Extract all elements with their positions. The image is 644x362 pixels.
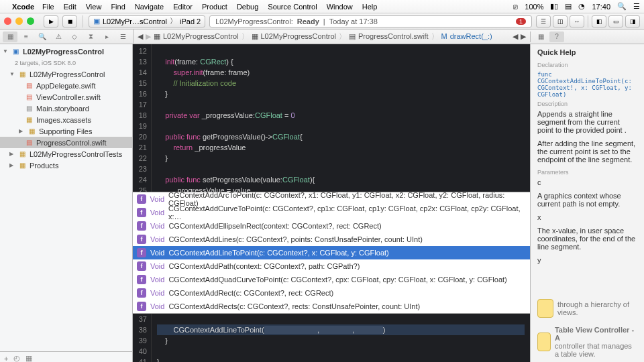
menu-help[interactable]: Help <box>362 3 378 11</box>
menubar: Xcode File Edit View Find Navigate Edito… <box>0 0 644 13</box>
group-tests[interactable]: ▶▦L02MyProgressControlTests <box>0 148 132 160</box>
notification-center-icon[interactable]: ☰ <box>633 2 640 11</box>
prev-issue[interactable]: ◀ <box>513 32 518 41</box>
menu-find[interactable]: Find <box>111 3 125 11</box>
toolbar: ▶ ◼ ▣ L02MyPr…sControl 〉 iPad 2 L02MyPro… <box>0 13 644 29</box>
menu-file[interactable]: File <box>42 3 54 11</box>
toggle-navigator[interactable]: ◧ <box>592 15 606 27</box>
report-navigator-tab[interactable]: ☰ <box>115 32 130 42</box>
library-item-1[interactable]: through a hierarchy of views. <box>537 296 637 320</box>
activity-view: L02MyProgressControl: Ready | Today at 1… <box>209 15 532 27</box>
editor-assistant[interactable]: ◫ <box>553 15 568 27</box>
menu-editor[interactable]: Editor <box>173 3 193 11</box>
group-products[interactable]: ▶▦Products <box>0 160 132 171</box>
find-navigator-tab[interactable]: 🔍 <box>35 32 50 42</box>
file-appdelegate[interactable]: ▤AppDelegate.swift <box>0 80 132 91</box>
menu-source-control[interactable]: Source Control <box>268 3 317 11</box>
menu-product[interactable]: Product <box>202 3 227 11</box>
app-menu[interactable]: Xcode <box>12 3 34 11</box>
status-icons: ⎚ 100% ▮▯ ▤ ◔ 17:40 🔍 ☰ <box>513 2 640 11</box>
editor-version[interactable]: ↔ <box>570 15 584 27</box>
inspector: Quick Help Declaration func CGContextAdd… <box>530 44 644 362</box>
menus: File Edit View Find Navigate Editor Prod… <box>42 3 377 11</box>
project-navigator-tab[interactable]: ▦ <box>3 32 17 42</box>
symbol-navigator-tab[interactable]: ≡ <box>19 32 34 42</box>
close-button[interactable] <box>4 17 11 25</box>
breakpoint-navigator-tab[interactable]: ▸ <box>99 32 114 42</box>
file-assets[interactable]: ▦Images.xcassets <box>0 114 132 125</box>
wifi-icon[interactable]: ◔ <box>578 2 585 11</box>
autocomplete-item[interactable]: fVoid CGContextAddLines(c: CGContext?, p… <box>133 233 530 246</box>
file-inspector-tab[interactable]: ▦ <box>533 32 548 42</box>
filter-recent[interactable]: ◴ <box>13 354 20 362</box>
menu-view[interactable]: View <box>86 3 102 11</box>
autocomplete-item[interactable]: fVoid CGContextAddArcToPoint(c: CGContex… <box>133 192 530 206</box>
scheme-selector[interactable]: ▣ L02MyPr…sControl 〉 iPad 2 <box>89 15 205 27</box>
battery-percent: 100% <box>525 3 543 11</box>
debug-navigator-tab[interactable]: ⧗ <box>83 32 98 42</box>
menu-edit[interactable]: Edit <box>64 3 76 11</box>
nav-fwd[interactable]: ▶ <box>146 32 151 41</box>
toggle-debug[interactable]: ▭ <box>608 15 623 27</box>
run-button[interactable]: ▶ <box>44 15 58 27</box>
zoom-button[interactable] <box>27 17 34 25</box>
autocomplete-item[interactable]: fVoid CGContextAddQuadCurveToPoint(c: CG… <box>133 273 530 286</box>
flag-icon[interactable]: ▤ <box>565 2 572 11</box>
minimize-button[interactable] <box>15 17 23 25</box>
issue-navigator-tab[interactable]: ⚠ <box>51 32 66 42</box>
filter-scm[interactable]: ▦ <box>25 354 32 362</box>
screen-share-icon[interactable]: ⎚ <box>513 3 518 11</box>
navigator-tabs: ▦ ≡ 🔍 ⚠ ◇ ⧗ ▸ ☰ ◀ ▶ ▦L02MyProgressContro… <box>0 29 644 44</box>
autocomplete-item[interactable]: fVoid CGContextAddRect(c: CGContext?, re… <box>133 286 530 300</box>
autocomplete-popup[interactable]: fVoid CGContextAddArcToPoint(c: CGContex… <box>133 192 530 314</box>
group-supporting[interactable]: ▶▦Supporting Files <box>0 125 132 137</box>
file-viewcontroller[interactable]: ▤ViewController.swift <box>0 91 132 103</box>
autocomplete-item[interactable]: fVoid CGContextAddLineToPoint(c: CGConte… <box>133 246 530 259</box>
autocomplete-item[interactable]: fVoid CGContextAddPath(context: CGContex… <box>133 259 530 273</box>
group-main[interactable]: ▼▦L02MyProgressControl <box>0 68 132 80</box>
add-button[interactable]: + <box>4 355 8 363</box>
navigator-filter-bar: + ◴ ▦ <box>0 351 132 362</box>
window-controls <box>4 17 34 25</box>
menu-navigate[interactable]: Navigate <box>135 3 164 11</box>
quick-help-title: Quick Help <box>537 48 637 56</box>
library-item-2[interactable]: Table View Controller - Acontroller that… <box>537 323 637 361</box>
battery-icon[interactable]: ▮▯ <box>550 2 558 11</box>
menu-debug[interactable]: Debug <box>237 3 258 11</box>
next-issue[interactable]: ▶ <box>521 32 526 41</box>
quick-help-tab[interactable]: ? <box>549 32 564 42</box>
clock[interactable]: 17:40 <box>592 3 610 11</box>
autocomplete-item[interactable]: fVoid CGContextAddCurveToPoint(c: CGCont… <box>133 206 530 219</box>
file-storyboard[interactable]: ▤Main.storyboard <box>0 103 132 114</box>
source-editor[interactable]: 12 13 14 15 16 17 18 19 20 21 22 23 24 2… <box>133 44 530 362</box>
project-row[interactable]: ▼▣L02MyProgressControl <box>0 46 132 57</box>
autocomplete-item[interactable]: fVoid CGContextAddRects(c: CGContext?, r… <box>133 300 530 313</box>
menu-window[interactable]: Window <box>327 3 353 11</box>
editor-standard[interactable]: ☰ <box>536 15 551 27</box>
declaration: func CGContextAddLineToPoint(c: CGContex… <box>537 71 637 98</box>
toggle-utilities[interactable]: ◨ <box>625 15 640 27</box>
project-navigator: ▼▣L02MyProgressControl 2 targets, iOS SD… <box>0 44 133 362</box>
autocomplete-item[interactable]: fVoid CGContextAddEllipseInRect(context:… <box>133 219 530 233</box>
issues-badge[interactable]: 1 <box>516 18 526 25</box>
test-navigator-tab[interactable]: ◇ <box>67 32 82 42</box>
nav-back[interactable]: ◀ <box>138 32 143 41</box>
file-progresscontrol[interactable]: ▤ProgressControl.swift <box>0 137 132 148</box>
stop-button[interactable]: ◼ <box>62 15 77 27</box>
spotlight-icon[interactable]: 🔍 <box>617 2 627 11</box>
